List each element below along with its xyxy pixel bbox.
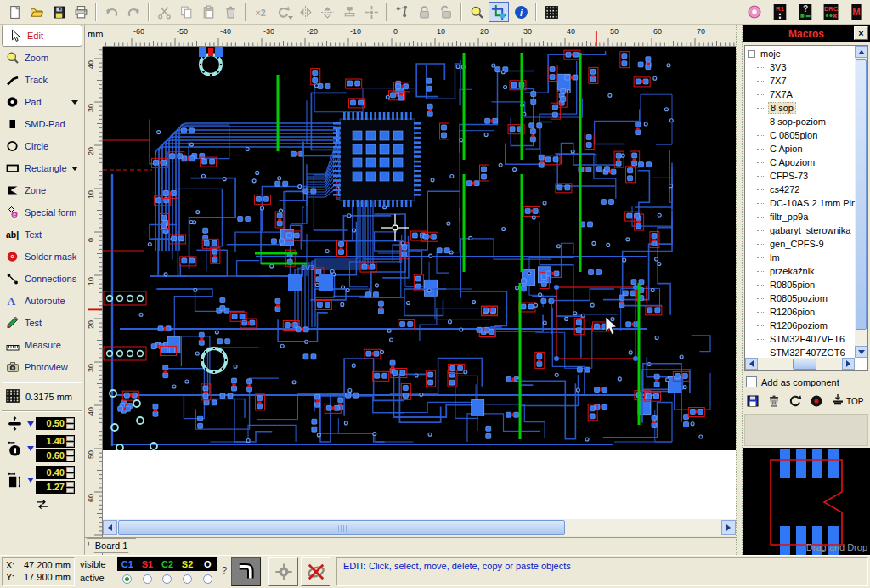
tool-special-form[interactable]: eSpecial form (0, 201, 84, 223)
smd-height-spinner[interactable] (66, 482, 74, 493)
macro-item[interactable]: R1206pion (745, 305, 855, 319)
smd-width-field[interactable]: 0.40 (36, 466, 75, 479)
collapse-icon[interactable] (748, 50, 755, 58)
macro-vertical-scrollbar[interactable] (855, 46, 867, 358)
hide-connections-button[interactable] (301, 557, 330, 586)
macro-item[interactable]: R0805pion (745, 278, 855, 291)
tool-track[interactable]: Track (0, 69, 84, 91)
layer-label-C1[interactable]: C1 (117, 557, 138, 571)
tool-autoroute[interactable]: AAutoroute (0, 290, 84, 312)
pad-outer-field[interactable]: 1.40 (36, 435, 75, 448)
board-canvas[interactable]: 3V3 (103, 47, 736, 519)
duplicate-button[interactable]: ×2 (251, 2, 271, 22)
macro-item[interactable]: gabaryt_sterownika (745, 223, 855, 237)
macro-item[interactable]: 3V3 (745, 60, 855, 74)
tool-solder-mask[interactable]: Solder mask (0, 246, 84, 268)
macro-item[interactable]: R1206poziom (745, 319, 855, 332)
macro-item[interactable]: 8 sop-poziom (745, 115, 855, 128)
layer-label-O[interactable]: O (197, 557, 218, 571)
macro-item[interactable]: R0805poziom (745, 291, 855, 305)
scroll-left-button[interactable] (103, 520, 117, 535)
mirror-horizontal-button[interactable] (295, 2, 315, 22)
undo-button[interactable] (101, 2, 121, 22)
scroll-thumb[interactable] (118, 520, 565, 535)
active-layer-radio-C2[interactable] (157, 572, 178, 586)
macro-item[interactable]: DC-10AS 2.1mm Pin (745, 196, 855, 210)
tool-rectangle[interactable]: Rectangle (0, 157, 84, 179)
cut-button[interactable] (154, 2, 174, 22)
scroll-right-button[interactable] (721, 520, 736, 535)
tool-smd-pad[interactable]: SMD-Pad (0, 113, 84, 135)
tool-edit[interactable]: Edit (2, 25, 82, 47)
tool-text[interactable]: ab|Text (0, 223, 84, 246)
smd-height-field[interactable]: 1.27 (36, 481, 75, 494)
track-width-spinner[interactable] (66, 418, 74, 429)
macro-item[interactable]: przekaźnik (745, 264, 855, 278)
macro-preview[interactable]: Drag and Drop (743, 448, 870, 555)
smd-size-dropdown[interactable] (27, 478, 34, 483)
snap-button[interactable] (361, 2, 381, 22)
scroll-right-button[interactable] (842, 358, 855, 370)
scroll-thumb[interactable] (793, 359, 816, 370)
grid-setting[interactable]: 0.3175 mm (0, 387, 84, 407)
zoom-button[interactable] (466, 2, 487, 22)
scroll-down-button[interactable] (855, 346, 867, 358)
save-button[interactable] (48, 2, 69, 22)
connections-button[interactable] (392, 2, 412, 22)
active-layer-radio-C1[interactable] (117, 572, 138, 586)
new-button[interactable] (4, 2, 25, 22)
track-width-dropdown[interactable] (27, 421, 34, 427)
macro-item[interactable]: C 0805pion (745, 128, 855, 142)
component-help-button[interactable]: ? (795, 2, 816, 22)
layer-label-S1[interactable]: S1 (138, 557, 158, 571)
lock-button[interactable] (414, 2, 434, 22)
active-layer-radio-S1[interactable] (138, 572, 158, 586)
track-width-field[interactable]: 0.50 (36, 417, 75, 430)
solder-ring-button[interactable] (744, 2, 765, 22)
add-as-component-checkbox[interactable] (746, 376, 757, 387)
print-button[interactable] (71, 2, 91, 22)
macro-item[interactable]: cs4272 (745, 183, 855, 196)
refresh-macros-button[interactable] (788, 394, 802, 408)
open-button[interactable] (26, 2, 47, 22)
tool-pad[interactable]: Pad (0, 91, 84, 113)
unlock-button[interactable] (436, 2, 456, 22)
tool-connections[interactable]: Connections (0, 268, 84, 290)
tool-zone[interactable]: Zone (0, 179, 84, 201)
active-layer-radio-S2[interactable] (178, 572, 198, 586)
tool-test[interactable]: Test (0, 312, 84, 334)
record-macro-button[interactable] (810, 394, 823, 408)
macro-item[interactable]: STM32F407ZGT6 (745, 346, 855, 358)
tool-measure[interactable]: Measure (0, 334, 84, 356)
mirror-vertical-button[interactable] (317, 2, 337, 22)
save-macro-button[interactable] (746, 394, 760, 408)
layer-label-S2[interactable]: S2 (178, 557, 198, 571)
board-dimensions-button[interactable] (489, 2, 509, 22)
layer-help[interactable]: ? (222, 565, 227, 575)
pad-drill-spinner[interactable] (66, 450, 74, 461)
active-layer-radio-O[interactable] (197, 572, 218, 586)
scroll-up-button[interactable] (855, 46, 867, 58)
tool-zoom[interactable]: Zoom (0, 47, 84, 69)
macro-item[interactable]: filtr_pp9a (745, 210, 855, 223)
panel-splitter[interactable] (736, 25, 743, 555)
macro-item[interactable]: 7X7 (745, 74, 855, 88)
top-side-button[interactable]: TOP (831, 393, 863, 410)
redo-button[interactable] (123, 2, 144, 22)
macro-root[interactable]: moje (745, 47, 855, 60)
paste-button[interactable] (198, 2, 218, 22)
grid-button[interactable] (541, 2, 562, 22)
align-button[interactable] (339, 2, 359, 22)
canvas-horizontal-scrollbar[interactable] (103, 519, 736, 536)
delete-macro-button[interactable] (767, 394, 781, 408)
origin-button[interactable] (268, 557, 298, 586)
macro-item[interactable]: 7X7A (745, 88, 855, 101)
macro-item[interactable]: STM32F407VET6 (745, 332, 855, 346)
footprint-r1-button[interactable]: R1 (770, 2, 790, 22)
layer-label-C2[interactable]: C2 (157, 557, 178, 571)
scroll-left-button[interactable] (745, 358, 758, 370)
board-tab[interactable]: Board 1 (87, 538, 136, 553)
pad-outer-spinner[interactable] (66, 436, 74, 447)
pad-size-dropdown[interactable] (27, 446, 34, 451)
macro-item[interactable]: gen_CPFS-9 (745, 237, 855, 251)
